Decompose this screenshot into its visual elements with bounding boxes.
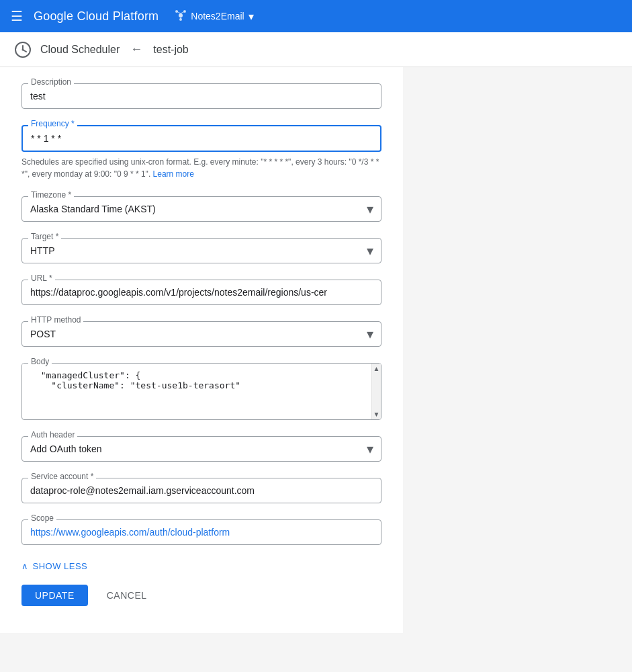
auth-header-select[interactable]: Add OAuth token [21,436,381,462]
description-label: Description [28,77,74,87]
target-label: Target * [28,232,61,241]
service-account-label: Service account * [28,472,96,481]
scope-field: Scope [21,519,381,545]
secondary-header: Cloud Scheduler ← test-job [0,32,632,67]
description-field: Description [21,83,381,109]
scrollbar-down-icon[interactable]: ▼ [372,409,381,419]
auth-header-field: Auth header Add OAuth token ▾ [21,436,381,462]
frequency-help-text: Schedules are specified using unix-cron … [21,156,381,180]
scheduler-icon [13,40,32,59]
target-select[interactable]: HTTP [21,238,381,263]
cancel-button[interactable]: CANCEL [96,585,158,606]
project-name: Notes2Email [191,11,244,22]
topbar: ☰ Google Cloud Platform Notes2Email ▾ [0,0,632,32]
description-input[interactable] [21,83,381,109]
auth-header-select-wrapper: Add OAuth token ▾ [21,436,381,462]
scrollbar-up-icon[interactable]: ▲ [372,364,381,374]
auth-header-label: Auth header [28,430,77,439]
body-textarea[interactable]: "managedCluster": { "clusterName": "test… [22,364,381,417]
timezone-select[interactable]: Alaska Standard Time (AKST) [21,196,381,222]
http-method-label: HTTP method [28,315,83,325]
app-title: Google Cloud Platform [34,9,159,24]
svg-point-0 [179,13,183,17]
project-icon [175,9,187,24]
service-account-field: Service account * [21,478,381,503]
body-field: Body "managedCluster": { "clusterName": … [21,363,381,420]
timezone-label: Timezone * [28,190,74,200]
project-chevron-icon: ▾ [249,10,254,23]
http-method-field: HTTP method POST ▾ [21,321,381,347]
service-account-input[interactable] [21,478,381,503]
scope-input[interactable] [21,519,381,545]
target-field: Target * HTTP ▾ [21,238,381,263]
service-name: Cloud Scheduler [40,44,120,56]
show-less-chevron-icon: ∧ [21,561,29,571]
update-button[interactable]: UPDATE [21,585,88,606]
url-field: URL * [21,280,381,305]
url-input[interactable] [21,280,381,305]
page-title: test-job [153,44,188,56]
target-select-wrapper: HTTP ▾ [21,238,381,263]
http-method-select-wrapper: POST ▾ [21,321,381,347]
body-scrollbar: ▲ ▼ [371,364,381,419]
menu-icon[interactable]: ☰ [11,8,23,24]
show-less-label: SHOW LESS [33,561,88,571]
timezone-field: Timezone * Alaska Standard Time (AKST) ▾ [21,196,381,222]
frequency-field: Frequency * Schedules are specified usin… [21,125,381,180]
project-selector[interactable]: Notes2Email ▾ [175,9,253,24]
frequency-input[interactable] [21,125,381,152]
main-form: Description Frequency * Schedules are sp… [0,67,403,633]
url-label: URL * [28,274,55,283]
http-method-select[interactable]: POST [21,321,381,347]
svg-point-10 [22,48,24,50]
scope-label: Scope [28,513,56,523]
timezone-select-wrapper: Alaska Standard Time (AKST) ▾ [21,196,381,222]
frequency-label: Frequency * [28,119,77,128]
back-button[interactable]: ← [130,42,142,56]
action-buttons: UPDATE CANCEL [21,585,381,606]
learn-more-link[interactable]: Learn more [153,169,194,179]
body-label: Body [28,357,52,366]
show-less-toggle[interactable]: ∧ SHOW LESS [21,561,381,571]
body-textarea-wrapper: "managedCluster": { "clusterName": "test… [21,363,381,420]
